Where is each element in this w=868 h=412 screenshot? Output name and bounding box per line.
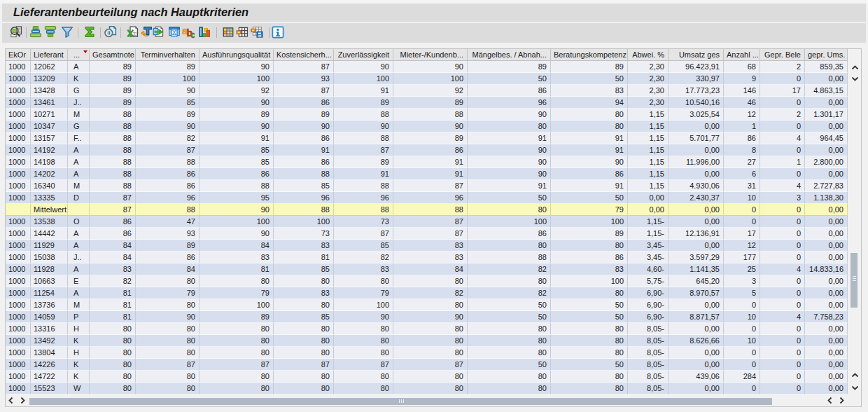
svg-text:c: c [190,30,195,39]
